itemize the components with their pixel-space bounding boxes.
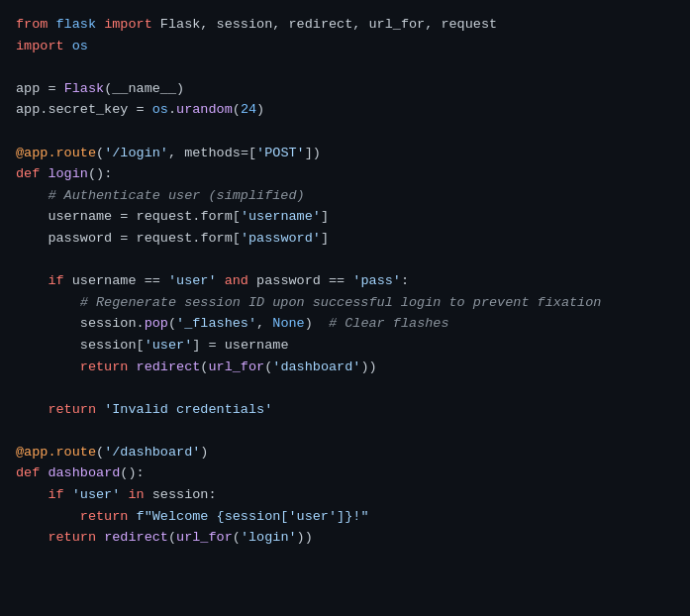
code-line-24: return f"Welcome {session['user']}!" — [16, 506, 674, 528]
code-line-empty-2 — [16, 121, 674, 143]
code-line-9: # Authenticate user (simplified) — [16, 185, 674, 207]
code-line-7: @app.route('/login', methods=['POST']) — [16, 143, 674, 164]
code-line-8: def login(): — [16, 163, 674, 185]
code-line-1: from flask import Flask, session, redire… — [16, 14, 674, 36]
code-line-14: # Regenerate session ID upon successful … — [16, 292, 674, 314]
code-line-17: return redirect(url_for('dashboard')) — [16, 357, 674, 378]
code-line-16: session['user'] = username — [16, 335, 674, 357]
code-line-23: if 'user' in session: — [16, 484, 674, 506]
code-line-22: def dashboard(): — [16, 462, 674, 484]
code-line-4: app = Flask(__name__) — [16, 78, 674, 100]
code-editor: from flask import Flask, session, redire… — [0, 0, 690, 616]
code-line-10: username = request.form['username'] — [16, 206, 674, 228]
code-line-21: @app.route('/dashboard') — [16, 442, 674, 463]
code-line-11: password = request.form['password'] — [16, 228, 674, 250]
code-line-empty-3 — [16, 250, 674, 271]
code-line-empty-1 — [16, 56, 674, 78]
code-line-2: import os — [16, 36, 674, 57]
code-line-13: if username == 'user' and password == 'p… — [16, 270, 674, 292]
code-line-5: app.secret_key = os.urandom(24) — [16, 99, 674, 121]
code-line-15: session.pop('_flashes', None) # Clear fl… — [16, 313, 674, 335]
code-line-empty-5 — [16, 420, 674, 442]
code-line-25: return redirect(url_for('login')) — [16, 527, 674, 549]
code-line-empty-4 — [16, 377, 674, 399]
code-line-19: return 'Invalid credentials' — [16, 399, 674, 421]
